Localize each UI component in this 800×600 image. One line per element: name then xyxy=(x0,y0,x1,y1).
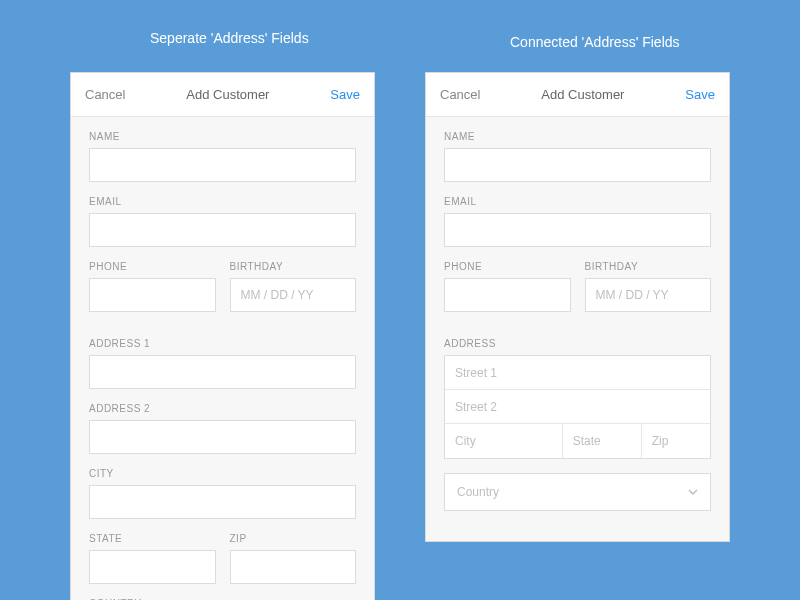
address-label: ADDRESS xyxy=(444,338,711,349)
zip-label: ZIP xyxy=(230,533,357,544)
phone-label: PHONE xyxy=(444,261,571,272)
email-input[interactable] xyxy=(444,213,711,247)
address1-label: ADDRESS 1 xyxy=(89,338,356,349)
name-label: NAME xyxy=(444,131,711,142)
card-connected-address: Cancel Add Customer Save NAME EMAIL PHON… xyxy=(425,72,730,542)
card-body: NAME EMAIL PHONE BIRTHDAY ADDRESS 1 ADDR… xyxy=(71,117,374,600)
card-body: NAME EMAIL PHONE BIRTHDAY ADDRESS xyxy=(426,117,729,511)
email-input[interactable] xyxy=(89,213,356,247)
state-input[interactable] xyxy=(563,424,642,458)
cancel-button[interactable]: Cancel xyxy=(440,87,480,102)
city-input[interactable] xyxy=(445,424,563,458)
card-header: Cancel Add Customer Save xyxy=(71,73,374,117)
country-placeholder: Country xyxy=(457,485,499,499)
phone-input[interactable] xyxy=(89,278,216,312)
address2-label: ADDRESS 2 xyxy=(89,403,356,414)
variant-title-separate: Seperate 'Address' Fields xyxy=(150,30,309,46)
header-title: Add Customer xyxy=(186,87,269,102)
card-separate-address: Cancel Add Customer Save NAME EMAIL PHON… xyxy=(70,72,375,600)
name-label: NAME xyxy=(89,131,356,142)
city-label: CITY xyxy=(89,468,356,479)
state-label: STATE xyxy=(89,533,216,544)
save-button[interactable]: Save xyxy=(685,87,715,102)
cancel-button[interactable]: Cancel xyxy=(85,87,125,102)
name-input[interactable] xyxy=(444,148,711,182)
name-input[interactable] xyxy=(89,148,356,182)
card-header: Cancel Add Customer Save xyxy=(426,73,729,117)
address1-input[interactable] xyxy=(89,355,356,389)
header-title: Add Customer xyxy=(541,87,624,102)
birthday-input[interactable] xyxy=(230,278,357,312)
address-block xyxy=(444,355,711,459)
variant-title-connected: Connected 'Address' Fields xyxy=(510,34,680,50)
address2-input[interactable] xyxy=(89,420,356,454)
birthday-label: BIRTHDAY xyxy=(230,261,357,272)
birthday-label: BIRTHDAY xyxy=(585,261,712,272)
chevron-down-icon xyxy=(688,487,698,497)
city-input[interactable] xyxy=(89,485,356,519)
phone-input[interactable] xyxy=(444,278,571,312)
street1-input[interactable] xyxy=(445,356,710,390)
email-label: EMAIL xyxy=(89,196,356,207)
state-input[interactable] xyxy=(89,550,216,584)
zip-input[interactable] xyxy=(230,550,357,584)
email-label: EMAIL xyxy=(444,196,711,207)
save-button[interactable]: Save xyxy=(330,87,360,102)
birthday-input[interactable] xyxy=(585,278,712,312)
phone-label: PHONE xyxy=(89,261,216,272)
street2-input[interactable] xyxy=(445,390,710,424)
zip-input[interactable] xyxy=(642,424,710,458)
country-select[interactable]: Country xyxy=(444,473,711,511)
